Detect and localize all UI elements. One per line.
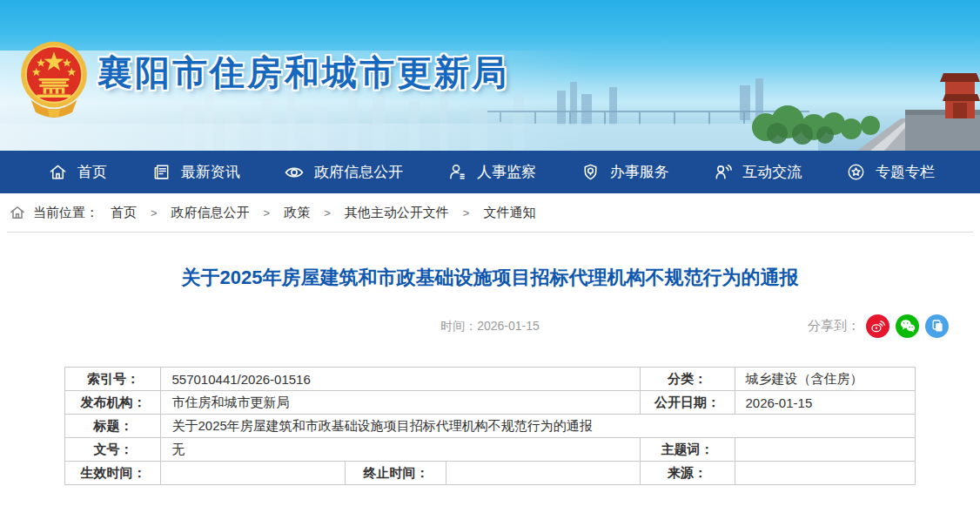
copylink-share-button[interactable] xyxy=(925,314,949,338)
index-number-value: 557010441/2026-01516 xyxy=(161,368,640,391)
breadcrumb-separator: > xyxy=(324,206,331,219)
article-meta: 时间：2026-01-15 分享到： xyxy=(0,313,980,339)
source-label: 来源： xyxy=(640,462,735,485)
nav-item-personnel[interactable]: 人事监察 xyxy=(447,162,536,182)
table-row: 文号： 无 主题词： xyxy=(65,438,915,462)
publish-time-label: 时间： xyxy=(440,319,477,333)
breadcrumb: 当前位置： 首页 > 政府信息公开 > 政策 > 其他主动公开文件 > 文件通知 xyxy=(0,193,980,232)
share-label: 分享到： xyxy=(808,318,860,334)
nav-item-label: 首页 xyxy=(77,162,107,182)
share-bar: 分享到： xyxy=(808,313,949,339)
table-row: 标题： 关于2025年房屋建筑和市政基础设施项目招标代理机构不规范行为的通报 xyxy=(65,415,915,438)
breadcrumb-divider xyxy=(7,232,973,233)
nav-item-label: 政府信息公开 xyxy=(314,162,403,182)
breadcrumb-item-other-public-docs[interactable]: 其他主动公开文件 xyxy=(345,205,449,221)
table-row: 发布机构： 市住房和城市更新局 公开日期： 2026-01-15 xyxy=(65,391,915,415)
doc-number-label: 文号： xyxy=(65,438,161,462)
wechat-share-button[interactable] xyxy=(896,314,919,338)
breadcrumb-prefix: 当前位置： xyxy=(33,205,98,221)
site-title[interactable]: 襄阳市住房和城市更新局 xyxy=(97,49,509,97)
source-value xyxy=(735,462,915,485)
doc-number-value: 无 xyxy=(161,438,640,462)
table-row: 索引号： 557010441/2026-01516 分类： 城乡建设（含住房） xyxy=(65,368,915,391)
breadcrumb-item-doc-notice: 文件通知 xyxy=(483,205,535,221)
keywords-label: 主题词： xyxy=(640,438,735,462)
shield-icon xyxy=(581,162,601,182)
expiry-date-label: 终止时间： xyxy=(346,462,446,485)
nav-item-home[interactable]: 首页 xyxy=(48,162,107,182)
page: 襄阳市住房和城市更新局 首页 最新资讯 政府信息公开 人事监察 办事服务 互动交… xyxy=(0,0,980,513)
keywords-value xyxy=(735,438,915,462)
document-info-table: 索引号： 557010441/2026-01516 分类： 城乡建设（含住房） … xyxy=(64,367,915,485)
nav-item-news[interactable]: 最新资讯 xyxy=(151,162,240,182)
breadcrumb-item-policy[interactable]: 政策 xyxy=(284,205,310,221)
nav-item-label: 办事服务 xyxy=(610,162,669,182)
publish-date-value: 2026-01-15 xyxy=(735,391,915,415)
nav-item-label: 最新资讯 xyxy=(181,162,240,182)
breadcrumb-item-gov-info[interactable]: 政府信息公开 xyxy=(171,205,250,221)
category-value: 城乡建设（含住房） xyxy=(735,368,915,391)
nav-item-label: 互动交流 xyxy=(742,162,802,182)
effective-date-value xyxy=(161,462,346,485)
wechat-icon xyxy=(899,317,916,334)
page-title: 关于2025年房屋建筑和市政基础设施项目招标代理机构不规范行为的通报 xyxy=(0,265,980,291)
breadcrumb-separator: > xyxy=(264,206,271,219)
nav-item-special-topics[interactable]: 专题专栏 xyxy=(846,162,935,182)
main-nav: 首页 最新资讯 政府信息公开 人事监察 办事服务 互动交流 专题专栏 xyxy=(0,151,980,193)
breadcrumb-item-home[interactable]: 首页 xyxy=(111,205,137,221)
agency-value: 市住房和城市更新局 xyxy=(161,391,640,415)
effective-date-label: 生效时间： xyxy=(65,462,161,485)
breadcrumb-separator: > xyxy=(151,206,158,219)
news-icon xyxy=(151,162,171,182)
nav-item-label: 人事监察 xyxy=(477,162,536,182)
expiry-date-value xyxy=(446,462,640,485)
star-icon xyxy=(846,162,866,182)
chat-icon xyxy=(713,162,733,182)
home-icon xyxy=(48,162,68,182)
site-banner: 襄阳市住房和城市更新局 xyxy=(0,0,980,151)
person-icon xyxy=(447,162,467,182)
index-number-label: 索引号： xyxy=(65,368,161,391)
category-label: 分类： xyxy=(640,368,735,391)
publish-time-value: 2026-01-15 xyxy=(477,319,540,333)
doc-title-label: 标题： xyxy=(65,415,161,438)
publish-date-label: 公开日期： xyxy=(640,391,735,415)
copylink-icon xyxy=(930,318,945,334)
agency-label: 发布机构： xyxy=(65,391,161,415)
nav-item-services[interactable]: 办事服务 xyxy=(581,162,669,182)
weibo-share-button[interactable] xyxy=(866,314,889,338)
breadcrumb-home-icon xyxy=(9,204,26,221)
weibo-icon xyxy=(869,318,886,334)
national-emblem-icon xyxy=(16,38,92,118)
nav-item-interaction[interactable]: 互动交流 xyxy=(713,162,802,182)
nav-item-gov-info[interactable]: 政府信息公开 xyxy=(284,162,403,183)
eye-icon xyxy=(284,162,305,183)
nav-item-label: 专题专栏 xyxy=(876,162,935,182)
breadcrumb-separator: > xyxy=(463,206,470,219)
table-row: 生效时间： 终止时间： 来源： xyxy=(65,462,915,485)
doc-title-value: 关于2025年房屋建筑和市政基础设施项目招标代理机构不规范行为的通报 xyxy=(161,415,915,438)
